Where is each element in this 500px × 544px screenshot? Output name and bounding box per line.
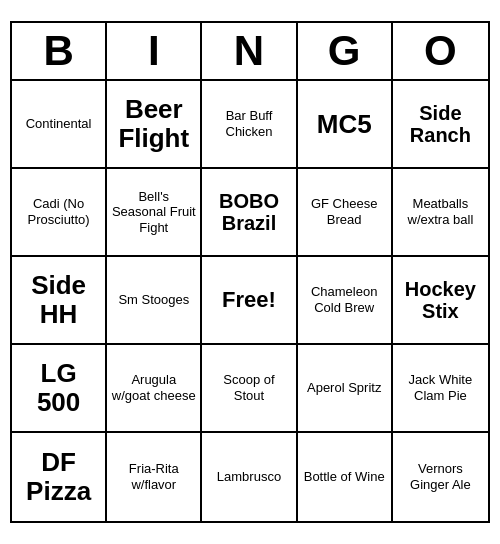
bingo-cell: Free! bbox=[202, 257, 297, 345]
bingo-header: BINGO bbox=[12, 23, 488, 81]
bingo-cell: Cadi (No Prosciutto) bbox=[12, 169, 107, 257]
bingo-cell: Side HH bbox=[12, 257, 107, 345]
bingo-card: BINGO ContinentalBeer FlightBar Buff Chi… bbox=[10, 21, 490, 523]
header-letter: N bbox=[202, 23, 297, 79]
bingo-cell: Chameleon Cold Brew bbox=[298, 257, 393, 345]
bingo-cell: Continental bbox=[12, 81, 107, 169]
header-letter: B bbox=[12, 23, 107, 79]
bingo-cell: Meatballs w/extra ball bbox=[393, 169, 488, 257]
bingo-cell: Aperol Spritz bbox=[298, 345, 393, 433]
bingo-cell: GF Cheese Bread bbox=[298, 169, 393, 257]
bingo-cell: Sm Stooges bbox=[107, 257, 202, 345]
bingo-cell: Arugula w/goat cheese bbox=[107, 345, 202, 433]
bingo-cell: LG 500 bbox=[12, 345, 107, 433]
bingo-grid: ContinentalBeer FlightBar Buff ChickenMC… bbox=[12, 81, 488, 521]
bingo-cell: BOBO Brazil bbox=[202, 169, 297, 257]
bingo-cell: MC5 bbox=[298, 81, 393, 169]
bingo-cell: Bell's Seasonal Fruit Fight bbox=[107, 169, 202, 257]
header-letter: O bbox=[393, 23, 488, 79]
bingo-cell: Hockey Stix bbox=[393, 257, 488, 345]
bingo-cell: Scoop of Stout bbox=[202, 345, 297, 433]
bingo-cell: Jack White Clam Pie bbox=[393, 345, 488, 433]
bingo-cell: Fria-Rita w/flavor bbox=[107, 433, 202, 521]
bingo-cell: Vernors Ginger Ale bbox=[393, 433, 488, 521]
header-letter: I bbox=[107, 23, 202, 79]
bingo-cell: Bottle of Wine bbox=[298, 433, 393, 521]
header-letter: G bbox=[298, 23, 393, 79]
bingo-cell: Lambrusco bbox=[202, 433, 297, 521]
bingo-cell: DF Pizza bbox=[12, 433, 107, 521]
bingo-cell: Beer Flight bbox=[107, 81, 202, 169]
bingo-cell: Bar Buff Chicken bbox=[202, 81, 297, 169]
bingo-cell: Side Ranch bbox=[393, 81, 488, 169]
